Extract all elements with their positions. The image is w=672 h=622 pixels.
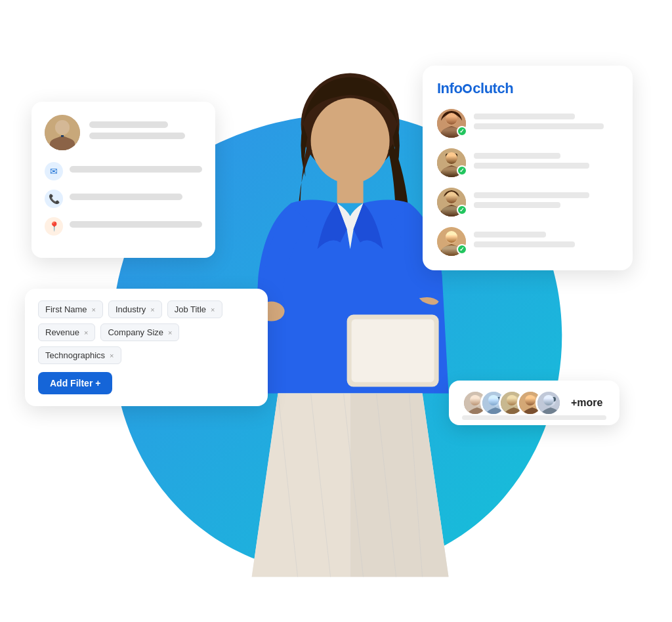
tag-close-industry[interactable]: × [150,306,154,314]
tag-close-first-name[interactable]: × [92,306,96,314]
tag-job-title[interactable]: Job Title × [167,301,222,318]
avatar-stack [462,390,562,416]
contact-line-1a [474,114,575,119]
tag-technographics[interactable]: Technographics × [38,346,121,364]
logo-o-circle [463,84,472,93]
more-card-line [462,415,606,420]
svg-rect-5 [352,320,434,383]
contact-info-4 [474,232,618,251]
add-filter-label: Add Filter + [50,378,100,388]
contact-info-2 [474,153,618,173]
tag-close-company-size[interactable]: × [168,329,172,337]
profile-header [45,115,202,150]
svg-point-20 [446,153,457,165]
location-row: 📍 [45,217,202,236]
tag-close-revenue[interactable]: × [84,329,88,337]
logo-info: Info [437,80,462,96]
tag-company-size[interactable]: Company Size × [100,323,179,341]
svg-point-12 [55,121,70,135]
tag-first-name[interactable]: First Name × [38,301,103,318]
svg-point-25 [446,232,457,243]
scene: ✉ 📞 📍 First Name × Industry [0,0,672,622]
check-badge-2: ✓ [457,165,467,176]
check-badge-4: ✓ [457,244,467,255]
contact-item-4: ✓ [437,227,618,256]
svg-point-23 [446,192,457,204]
profile-name-lines [89,121,202,144]
email-line [70,166,202,173]
contact-info-1 [474,114,618,133]
phone-icon: 📞 [45,190,63,208]
svg-point-18 [446,114,457,125]
infoclutch-panel: Infoclutch ✓ [423,66,633,270]
svg-rect-2 [337,180,364,203]
contact-item-2: ✓ [437,148,618,177]
location-icon: 📍 [45,217,63,236]
contact-line-3b [474,202,560,208]
contact-line-2a [474,153,560,159]
phone-row: 📞 [45,190,202,208]
contact-item-1: ✓ [437,109,618,138]
email-icon: ✉ [45,162,63,180]
svg-rect-37 [545,397,556,402]
tag-label-company-size: Company Size [108,327,163,337]
name-line-2 [89,133,185,139]
profile-card: ✉ 📞 📍 [32,102,215,258]
tag-close-job-title[interactable]: × [211,306,215,314]
svg-point-15 [64,127,67,130]
contact-line-2b [474,163,589,169]
more-card: +more [449,381,620,425]
tag-label-revenue: Revenue [45,327,79,337]
more-label: +more [571,397,602,409]
svg-point-14 [58,127,60,130]
tag-label-job-title: Job Title [175,304,206,314]
profile-avatar [45,115,80,150]
contact-info-3 [474,192,618,212]
tag-label-technographics: Technographics [45,350,105,360]
filter-tags-container: First Name × Industry × Job Title × Reve… [38,301,255,364]
svg-point-11 [45,115,80,150]
svg-point-1 [311,98,390,184]
filter-card: First Name × Industry × Job Title × Reve… [25,289,268,406]
check-badge-3: ✓ [457,205,467,215]
svg-rect-13 [56,124,68,129]
location-line [70,221,202,228]
check-badge-1: ✓ [457,126,467,136]
tag-label-industry: Industry [116,304,146,314]
name-line-1 [89,121,168,128]
contact-line-4b [474,241,575,247]
contact-line-1b [474,123,604,129]
logo-clutch: clutch [472,80,513,96]
contact-line-3a [474,192,589,198]
tag-label-first-name: First Name [45,304,87,314]
add-filter-button[interactable]: Add Filter + [38,372,112,394]
infoclutch-logo: Infoclutch [437,80,618,97]
contact-item-3: ✓ [437,188,618,217]
svg-rect-21 [446,154,457,159]
svg-rect-16 [61,135,64,136]
tag-industry[interactable]: Industry × [108,301,162,318]
tag-revenue[interactable]: Revenue × [38,323,95,341]
email-row: ✉ [45,162,202,180]
tag-close-technographics[interactable]: × [110,352,114,360]
stack-avatar-5 [536,390,562,416]
phone-line [70,194,182,200]
contact-line-4a [474,232,546,238]
